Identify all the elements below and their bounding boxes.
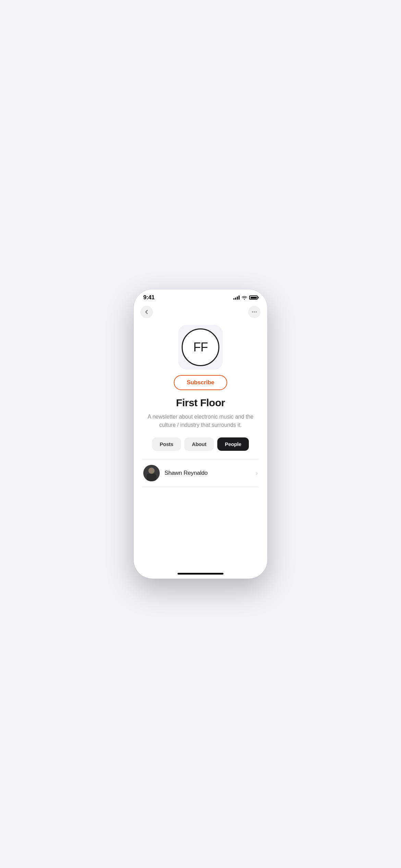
person-name: Shawn Reynaldo <box>165 470 256 477</box>
main-content: FF Subscribe First Floor A newsletter ab… <box>134 321 267 570</box>
more-button[interactable] <box>248 306 260 318</box>
status-bar: 9:41 <box>134 289 267 303</box>
nav-bar <box>134 303 267 321</box>
subscribe-button[interactable]: Subscribe <box>174 375 227 390</box>
tab-posts[interactable]: Posts <box>152 437 181 451</box>
more-icon <box>252 310 257 314</box>
status-icons <box>233 296 258 300</box>
logo-circle: FF <box>182 328 219 366</box>
logo-container: FF <box>142 325 259 370</box>
back-button[interactable] <box>141 306 153 318</box>
wifi-icon <box>242 296 247 300</box>
svg-point-0 <box>252 312 253 313</box>
tab-bar: Posts About People <box>142 437 259 451</box>
home-bar <box>178 573 223 575</box>
chevron-right-icon: › <box>256 470 258 477</box>
people-list: Shawn Reynaldo › <box>142 459 259 487</box>
svg-point-1 <box>254 312 255 313</box>
home-indicator <box>134 570 267 579</box>
svg-point-2 <box>256 312 257 313</box>
subscribe-container: Subscribe <box>142 375 259 390</box>
status-time: 9:41 <box>143 294 155 301</box>
back-icon <box>144 310 149 314</box>
publication-description: A newsletter about electronic music and … <box>142 413 259 429</box>
battery-icon <box>249 296 258 300</box>
logo-letters: FF <box>193 340 208 354</box>
tab-about[interactable]: About <box>184 437 214 451</box>
phone-frame: 9:41 <box>134 289 267 579</box>
signal-icon <box>233 296 240 300</box>
logo-wrapper: FF <box>178 325 223 370</box>
tab-people[interactable]: People <box>217 437 249 451</box>
avatar <box>143 465 160 481</box>
person-row[interactable]: Shawn Reynaldo › <box>142 459 259 487</box>
publication-title: First Floor <box>142 397 259 409</box>
